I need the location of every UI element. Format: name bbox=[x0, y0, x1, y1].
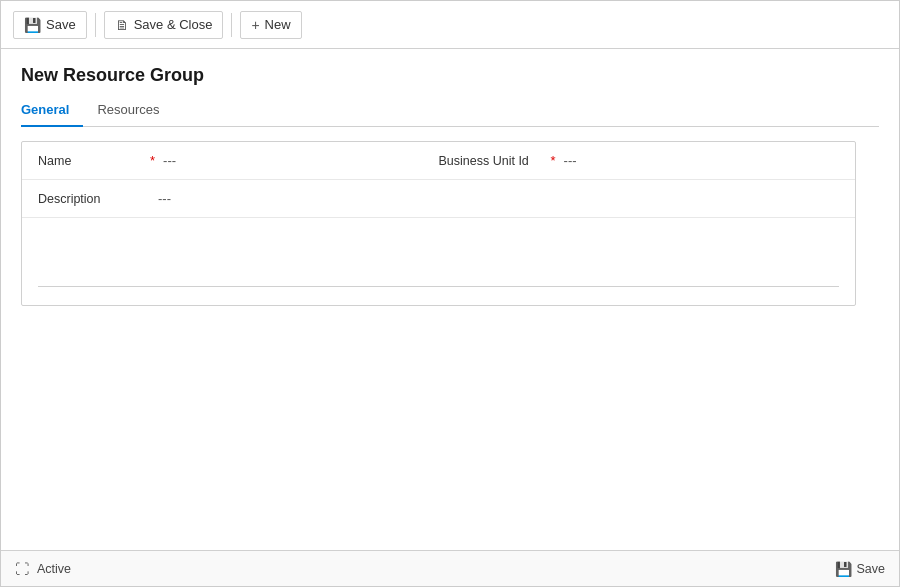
status-save-label[interactable]: Save bbox=[857, 562, 886, 576]
expand-icon[interactable]: ⛶ bbox=[15, 561, 29, 577]
form-scroll: Name * --- Business Unit Id * --- Descri… bbox=[22, 142, 855, 305]
business-unit-label: Business Unit Id bbox=[439, 154, 549, 168]
new-icon: + bbox=[251, 17, 259, 33]
form-row-empty bbox=[22, 218, 855, 278]
save-button[interactable]: 💾 Save bbox=[13, 11, 87, 39]
tabs: General Resources bbox=[21, 96, 879, 127]
status-save-icon: 💾 bbox=[835, 561, 852, 577]
status-right: 💾 Save bbox=[835, 561, 886, 577]
description-label: Description bbox=[38, 192, 148, 206]
business-unit-value[interactable]: --- bbox=[564, 153, 577, 168]
status-label: Active bbox=[37, 562, 71, 576]
save-icon: 💾 bbox=[24, 17, 41, 33]
save-close-button-label: Save & Close bbox=[134, 17, 213, 32]
form-row-1: Name * --- Business Unit Id * --- bbox=[22, 142, 855, 180]
business-unit-required: * bbox=[551, 153, 556, 168]
status-bar: ⛶ Active 💾 Save bbox=[1, 550, 899, 586]
toolbar-separator-2 bbox=[231, 13, 232, 37]
form-row-2: Description --- bbox=[22, 180, 855, 218]
description-value[interactable]: --- bbox=[158, 191, 171, 206]
name-label: Name bbox=[38, 154, 148, 168]
name-field: Name * --- bbox=[38, 153, 439, 168]
name-value[interactable]: --- bbox=[163, 153, 176, 168]
status-left: ⛶ Active bbox=[15, 561, 71, 577]
business-unit-field: Business Unit Id * --- bbox=[439, 153, 840, 168]
form-row-bottom-spacer bbox=[22, 295, 855, 305]
new-button-label: New bbox=[265, 17, 291, 32]
save-close-icon: 🗎 bbox=[115, 17, 129, 33]
description-field: Description --- bbox=[38, 191, 839, 206]
tab-general[interactable]: General bbox=[21, 96, 83, 127]
new-button[interactable]: + New bbox=[240, 11, 301, 39]
page-title: New Resource Group bbox=[21, 65, 879, 86]
tab-resources[interactable]: Resources bbox=[97, 96, 173, 127]
toolbar: 💾 Save 🗎 Save & Close + New bbox=[1, 1, 899, 49]
main-content: New Resource Group General Resources Nam… bbox=[1, 49, 899, 550]
form-container: Name * --- Business Unit Id * --- Descri… bbox=[21, 141, 856, 306]
toolbar-separator-1 bbox=[95, 13, 96, 37]
name-required: * bbox=[150, 153, 155, 168]
form-divider bbox=[38, 286, 839, 287]
save-button-label: Save bbox=[46, 17, 76, 32]
save-close-button[interactable]: 🗎 Save & Close bbox=[104, 11, 224, 39]
